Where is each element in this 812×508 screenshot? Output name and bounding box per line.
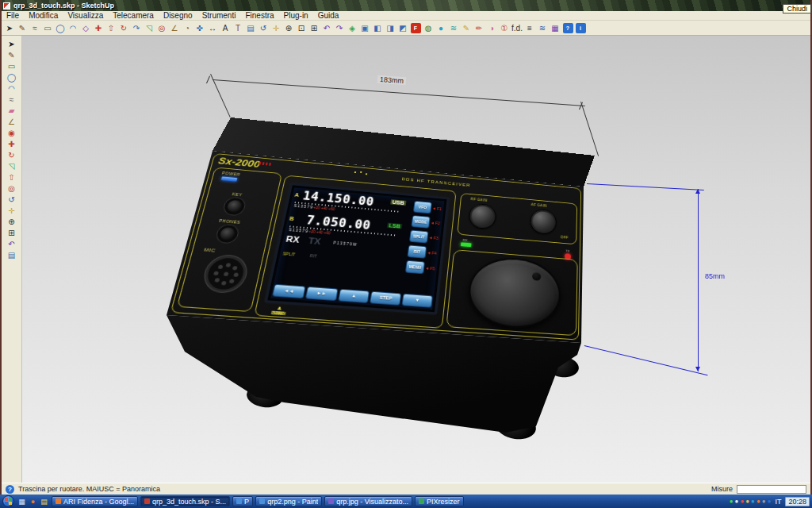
tape-measure-tool[interactable]: ∠ [6, 116, 18, 127]
orbit-tool[interactable]: ↺ [258, 22, 270, 34]
front-view[interactable]: ◧ [372, 22, 384, 34]
tray-icon-2[interactable]: ● [735, 498, 739, 505]
arc-tool[interactable]: ◠ [67, 22, 79, 34]
taskbar-clock[interactable]: 20:28 [785, 497, 810, 506]
width-dimension-label[interactable]: 183mm [377, 75, 407, 85]
circle-tool[interactable]: ◯ [55, 22, 67, 34]
zoom-extents-tool[interactable]: ⊞ [308, 22, 320, 34]
info-icon[interactable]: i [575, 22, 587, 34]
tray-icon-8[interactable]: ● [768, 498, 772, 505]
pan-tool[interactable]: ✛ [270, 22, 282, 34]
line-tool[interactable]: ✎ [6, 49, 18, 60]
protractor-tool[interactable]: ◔ [182, 22, 193, 34]
section-plane-tool[interactable]: ▤ [245, 22, 257, 34]
zoom-extents-tool[interactable]: ⊞ [6, 227, 18, 238]
dimensions-tool[interactable]: ↔ [207, 22, 219, 34]
tray-icon-4[interactable]: ● [745, 498, 749, 505]
height-dimension-line[interactable] [698, 189, 699, 371]
offset-tool[interactable]: ◎ [6, 183, 18, 194]
rectangle-tool[interactable]: ▭ [6, 60, 18, 71]
menu-telecamera[interactable]: Telecamera [108, 11, 159, 21]
follow-me-tool[interactable]: ↷ [131, 22, 143, 34]
pencil-plugin[interactable]: ✎ [461, 22, 473, 34]
section-plane-tool[interactable]: ▤ [6, 249, 18, 260]
render-globe-plugin[interactable]: ◍ [423, 22, 435, 34]
push-pull-tool[interactable]: ⇧ [6, 171, 18, 183]
text-tool[interactable]: A [220, 22, 232, 34]
menu-modifica[interactable]: Modifica [24, 11, 63, 21]
zoom-tool[interactable]: ⊕ [6, 216, 18, 227]
tray-icon-3[interactable]: ● [740, 498, 744, 505]
select-tool[interactable]: ➤ [4, 22, 16, 34]
select-tool[interactable]: ➤ [6, 38, 18, 49]
previous-view-tool[interactable]: ↶ [321, 22, 333, 34]
screen-button-rit[interactable]: RIT [407, 244, 427, 258]
rotate-tool[interactable]: ↻ [118, 22, 130, 34]
polygon-tool[interactable]: ◇ [80, 22, 92, 34]
offset-tool[interactable]: ◎ [156, 22, 168, 34]
touchscreen-display[interactable]: A 14.150.00 USB S 1 3 5 7 9 +20 +40 +60 … [270, 187, 444, 310]
next-view-tool[interactable]: ↷ [334, 22, 346, 34]
quicklaunch-explorer[interactable]: ▤ [39, 498, 49, 506]
tape-measure-tool[interactable]: ∠ [169, 22, 181, 34]
quicklaunch-desktop[interactable]: ▦ [17, 498, 27, 506]
tray-icon-5[interactable]: ● [751, 498, 755, 505]
rectangle-tool[interactable]: ▭ [42, 22, 54, 34]
move-tool[interactable]: ✚ [93, 22, 105, 34]
menu-guida[interactable]: Guida [313, 11, 344, 21]
right-view[interactable]: ◨ [385, 22, 396, 34]
back-view[interactable]: ◩ [397, 22, 409, 34]
task-qrp-3d-touch[interactable]: qrp_3d_touch.skp - S... [140, 496, 230, 506]
tray-icon-1[interactable]: ● [730, 498, 733, 505]
layers-icon[interactable]: ≡ [524, 22, 536, 34]
menu-disegno[interactable]: Disegno [159, 11, 197, 21]
fire-render-plugin[interactable]: F [410, 22, 422, 34]
marker-plugin[interactable]: ✏ [473, 22, 485, 34]
freehand-tool[interactable]: ≈ [29, 22, 41, 34]
quicklaunch-browser[interactable]: ● [28, 498, 38, 506]
screen-button-back[interactable]: ◄◄ [272, 284, 305, 298]
height-dimension-label[interactable]: 85mm [703, 272, 727, 280]
pan-tool[interactable]: ✛ [6, 205, 18, 216]
zoom-window-tool[interactable]: ⊡ [296, 22, 308, 34]
task-pixresizer[interactable]: PIXresizer [415, 496, 464, 506]
menu-plugin[interactable]: Plug-in [279, 11, 313, 21]
menu-strumenti[interactable]: Strumenti [197, 11, 241, 21]
screen-button-mode[interactable]: MODE [411, 215, 430, 229]
styles-icon[interactable]: ▦ [550, 22, 561, 34]
measure-input[interactable] [737, 485, 806, 494]
tray-icon-6[interactable]: ● [756, 498, 760, 505]
screen-button-split[interactable]: SPLIT [409, 229, 429, 243]
3d-text-tool[interactable]: T [232, 22, 244, 34]
line-tool[interactable]: ✎ [17, 22, 29, 34]
rotate-tool[interactable]: ↻ [6, 149, 18, 160]
screen-button-vfo[interactable]: VFO [413, 200, 432, 213]
screen-button-step[interactable]: STEP [370, 291, 401, 306]
axes-tool[interactable]: ✜ [194, 22, 206, 34]
previous-view-tool[interactable]: ↶ [6, 238, 18, 249]
eraser-tool[interactable]: ▰ [6, 105, 18, 116]
scale-tool[interactable]: ◹ [144, 22, 155, 34]
push-pull-tool[interactable]: ⇧ [105, 22, 117, 34]
one-badge-plugin[interactable]: ① [499, 22, 511, 34]
paint-bucket-tool[interactable]: ◉ [6, 127, 18, 138]
sandbox-tool[interactable]: ≋ [448, 22, 460, 34]
af-gain-knob[interactable] [530, 209, 557, 235]
iso-view[interactable]: ◈ [347, 22, 358, 34]
rf-gain-knob[interactable] [468, 203, 496, 230]
language-indicator[interactable]: IT [772, 498, 783, 506]
viewport-canvas[interactable]: Sx-2000 DDS HF TRANSCEIVER POWER KEY PHO… [22, 36, 810, 483]
menu-file[interactable]: File [2, 11, 24, 21]
screen-button-menu[interactable]: MENU [405, 260, 425, 274]
menu-finestra[interactable]: Finestra [240, 11, 278, 21]
menu-visualizza[interactable]: Visualizza [63, 11, 108, 21]
fd-plugin[interactable]: f.d. [511, 22, 523, 34]
task-qrp2-paint[interactable]: qrp2.png - Paint [255, 496, 322, 506]
freehand-tool[interactable]: ≈ [6, 94, 18, 105]
move-tool[interactable]: ✚ [6, 138, 18, 149]
help-icon[interactable]: ? [562, 22, 574, 34]
color-wheel-plugin[interactable]: ◑ [486, 22, 498, 34]
screen-button-up[interactable]: ▲ [338, 289, 370, 303]
task-qrp-viewer[interactable]: qrp.jpg - Visualizzato... [324, 496, 412, 506]
material-sphere-plugin[interactable]: ● [435, 22, 447, 34]
